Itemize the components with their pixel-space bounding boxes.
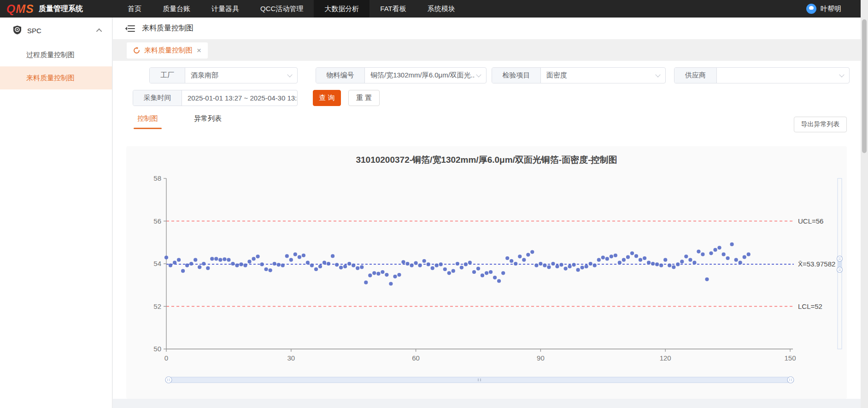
- control-chart-card: 31010200372-铜箔/宽1302mm/厚6.0μm/双面光铜箔-面密度-…: [126, 146, 847, 399]
- window-scrollbar[interactable]: [861, 0, 868, 408]
- collapse-sidebar-icon[interactable]: [125, 24, 135, 33]
- data-point: [564, 267, 568, 271]
- data-point: [618, 261, 622, 265]
- menu-item-measuring-tools[interactable]: 计量器具: [201, 0, 250, 18]
- data-point: [393, 275, 397, 278]
- scrollbar-thumb[interactable]: [862, 19, 867, 153]
- inspection-value[interactable]: 面密度: [541, 68, 654, 83]
- user-avatar-icon: [806, 4, 816, 14]
- query-button[interactable]: 查 询: [313, 90, 341, 106]
- menu-item-big-data[interactable]: 大数据分析: [314, 0, 369, 18]
- data-point: [672, 265, 675, 269]
- data-point: [418, 264, 422, 267]
- close-icon[interactable]: ×: [197, 47, 201, 54]
- material-value[interactable]: 铜箔/宽1302mm/厚6.0μm/双面光...: [365, 68, 475, 83]
- data-point: [177, 258, 181, 262]
- data-point: [539, 262, 542, 266]
- factory-value[interactable]: 酒泉南部: [185, 68, 286, 83]
- data-point: [530, 250, 534, 254]
- data-point: [277, 263, 281, 266]
- data-point: [622, 258, 626, 262]
- sidebar-item-process-quality[interactable]: 过程质量控制图: [0, 43, 112, 66]
- sidebar-group-spc[interactable]: SPC: [0, 18, 112, 43]
- data-point: [372, 271, 376, 275]
- sidebar-item-incoming-quality[interactable]: 来料质量控制图: [0, 66, 112, 89]
- data-point: [356, 266, 359, 270]
- data-point: [585, 265, 588, 268]
- data-point: [734, 258, 738, 262]
- menu-item-qcc[interactable]: QCC活动管理: [250, 0, 314, 18]
- data-point: [439, 262, 443, 266]
- data-point: [231, 262, 235, 266]
- user-area[interactable]: 叶帮明: [806, 4, 841, 14]
- data-point: [705, 278, 709, 281]
- data-point: [505, 256, 509, 260]
- menu-item-fat-board[interactable]: FAT看板: [369, 0, 416, 18]
- material-select: 物料编号 铜箔/宽1302mm/厚6.0μm/双面光...: [316, 67, 487, 83]
- data-point: [431, 266, 434, 270]
- tab-control-chart[interactable]: 控制图: [134, 114, 162, 129]
- data-point: [568, 265, 572, 268]
- factory-label: 工厂: [150, 68, 185, 83]
- tab-anomaly-list[interactable]: 异常列表: [190, 114, 225, 129]
- data-point: [181, 269, 185, 273]
- supplier-select: 供应商: [674, 67, 850, 83]
- data-point: [185, 264, 189, 267]
- x-tick-label: 30: [287, 354, 295, 362]
- data-point: [447, 271, 451, 275]
- data-point: [659, 264, 663, 267]
- data-point: [668, 264, 671, 267]
- reset-button[interactable]: 重 置: [348, 90, 380, 106]
- spc-control-chart[interactable]: 31010200372-铜箔/宽1302mm/厚6.0μm/双面光铜箔-面密度-…: [126, 146, 847, 399]
- data-point: [739, 261, 742, 265]
- data-point: [335, 263, 339, 266]
- menu-item-quality-ledger[interactable]: 质量台账: [152, 0, 201, 18]
- y-tick-label: 54: [153, 260, 161, 267]
- data-point: [239, 262, 243, 266]
- data-point: [460, 266, 463, 269]
- data-point: [289, 258, 293, 262]
- data-point: [510, 259, 513, 263]
- menu-item-home[interactable]: 首页: [117, 0, 152, 18]
- data-point: [692, 261, 696, 265]
- data-point: [443, 267, 447, 271]
- data-point: [497, 279, 501, 283]
- data-point: [485, 271, 488, 275]
- data-point: [368, 273, 372, 277]
- data-point: [218, 258, 222, 262]
- export-anomaly-button[interactable]: 导出异常列表: [794, 117, 847, 132]
- data-point: [717, 246, 721, 249]
- data-point: [551, 262, 555, 266]
- data-point: [189, 262, 193, 266]
- data-point: [427, 262, 430, 266]
- data-point: [722, 253, 726, 256]
- data-point: [630, 251, 634, 255]
- data-point: [422, 259, 426, 263]
- main-area: 来料质量控制图 来料质量控制图 × 工厂 酒泉南部 物料编号 铜箔/宽1302m…: [113, 18, 861, 408]
- supplier-value[interactable]: [717, 68, 838, 83]
- data-point: [684, 254, 688, 258]
- data-point: [680, 260, 684, 263]
- data-point: [252, 257, 256, 260]
- data-point: [269, 268, 272, 272]
- data-point: [323, 261, 326, 265]
- menu-item-system[interactable]: 系统模块: [417, 0, 466, 18]
- data-point: [214, 257, 218, 260]
- data-point: [401, 260, 405, 264]
- data-point: [206, 266, 210, 270]
- data-point: [293, 253, 297, 256]
- data-point: [589, 262, 592, 266]
- data-point: [389, 282, 393, 285]
- time-value[interactable]: 2025-01-01 13:27 ~ 2025-04-30 13:27: [182, 90, 297, 106]
- data-point: [385, 273, 388, 277]
- refresh-icon[interactable]: [133, 47, 140, 54]
- tab-chip-incoming-quality[interactable]: 来料质量控制图 ×: [127, 42, 208, 59]
- data-point: [456, 262, 459, 266]
- x-tick-label: 60: [412, 354, 420, 362]
- control-line-label: X̄=53.97582: [798, 260, 835, 268]
- data-point: [223, 257, 226, 261]
- y-tick-label: 52: [153, 302, 161, 310]
- chevron-down-icon: [476, 72, 481, 77]
- data-point: [306, 261, 310, 265]
- data-point: [210, 257, 214, 260]
